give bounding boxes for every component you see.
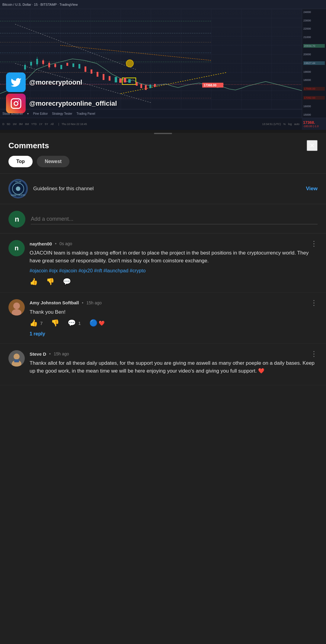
comment-text-2: Thank you Ben! — [30, 308, 318, 316]
dislike-btn-1[interactable]: 👎 — [46, 278, 54, 286]
comment-text-1: OJACOIN team is making a strong effort i… — [30, 249, 318, 265]
svg-rect-47 — [78, 64, 80, 69]
view-link[interactable]: View — [306, 186, 318, 192]
svg-rect-44 — [60, 65, 62, 69]
twitter-badge: @morecryptoonl — [6, 72, 82, 92]
comment-item-1: n naythen00 • 0s ago ⋮ OJACOIN team is m… — [0, 233, 326, 293]
svg-rect-46 — [72, 63, 74, 67]
comment-item-3: Steve D • 15h ago ⋮ Thankx allot for all… — [0, 344, 326, 385]
svg-rect-45 — [66, 63, 68, 66]
reply-btn-2[interactable]: 1 reply — [30, 331, 45, 337]
svg-point-71 — [16, 187, 21, 191]
chart-area: Bitcoin / U.S. Dollar · 15 · BITSTAMP · … — [0, 0, 326, 130]
comments-title: Comments — [8, 141, 49, 150]
filter-tabs: Top Newest — [0, 156, 326, 173]
comment-time-1: 0s ago — [59, 241, 72, 246]
thumbs-up-icon-2: 👍 — [30, 319, 38, 327]
svg-rect-56 — [124, 78, 126, 82]
reply-icon-btn-1[interactable]: 💬 — [63, 278, 71, 286]
instagram-badge: @morecryptoonline_official — [6, 94, 117, 113]
svg-rect-52 — [109, 76, 110, 81]
svg-rect-55 — [119, 78, 122, 83]
comment-item-2: Amy Johnston Softball • 15h ago ⋮ Thank … — [0, 293, 326, 344]
comment-time-3: 15h ago — [54, 351, 69, 356]
comment-text-3: Thankx allot for all these daily updates… — [30, 359, 318, 375]
channel-avatar-inner: MORE CRYPTO ONLINE — [8, 179, 28, 198]
chart-bottom-bar: D 5D 1M 3M 6M YTD 1Y 5Y All | Thu 10 Nov… — [0, 118, 302, 130]
svg-rect-59 — [136, 82, 138, 86]
comment-time-2: 15h ago — [86, 300, 102, 305]
like-count-2: 7 — [40, 321, 43, 326]
bottom-price-display: 17368. -183.00 (-1.0 — [302, 118, 326, 130]
commenter-avatar-1: n — [8, 240, 25, 256]
instagram-handle: @morecryptoonline_official — [29, 100, 117, 107]
twitter-handle: @morecryptoonl — [29, 78, 82, 86]
tab-top[interactable]: Top — [8, 156, 33, 167]
like-btn-1[interactable]: 👍 — [30, 278, 38, 286]
chart-title-bar: Bitcoin / U.S. Dollar · 15 · BITSTAMP · … — [0, 0, 326, 9]
svg-rect-54 — [115, 77, 117, 82]
comment-options-2[interactable]: ⋮ — [310, 299, 318, 306]
dislike-btn-2[interactable]: 👎 — [51, 319, 59, 327]
svg-rect-48 — [85, 66, 86, 72]
chart-pair: Bitcoin / U.S. Dollar · 15 · BITSTAMP · … — [2, 3, 78, 6]
svg-rect-50 — [97, 72, 98, 77]
thumbs-up-icon: 👍 — [30, 278, 38, 286]
channel-avatar: MORE CRYPTO ONLINE — [8, 179, 28, 198]
reply-icon-2: 💬 — [68, 319, 76, 327]
guidelines-text: Guidelines for this channel — [33, 186, 301, 192]
svg-rect-67 — [11, 99, 21, 108]
svg-rect-57 — [128, 79, 131, 83]
svg-text:MORE CRYPTO: MORE CRYPTO — [11, 194, 25, 196]
twitter-icon — [6, 72, 26, 92]
thumbs-down-icon: 👎 — [46, 278, 54, 286]
comments-panel: Comments × Top Newest MORE CRYPTO ONLINE… — [0, 133, 326, 644]
comment-actions-1: 👍 👎 💬 — [30, 278, 318, 286]
reply-count-2: 1 — [78, 321, 81, 326]
add-comment-input[interactable] — [31, 214, 318, 224]
user-avatar: n — [8, 211, 25, 228]
comment-actions-2: 👍 7 👎 💬 1 🔵❤️ — [30, 319, 318, 327]
comments-header: Comments × — [0, 134, 326, 156]
svg-rect-62 — [149, 85, 151, 88]
commenter-name-1: naythen00 — [30, 241, 52, 246]
comment-options-1[interactable]: ⋮ — [310, 240, 318, 247]
instagram-icon — [6, 94, 26, 113]
svg-point-77 — [14, 303, 19, 308]
svg-rect-51 — [103, 74, 104, 80]
reply-icon: 💬 — [63, 278, 71, 286]
tab-newest[interactable]: Newest — [37, 156, 69, 167]
reply-icon-btn-2[interactable]: 💬 1 — [68, 319, 81, 327]
svg-text:ONLINE: ONLINE — [15, 181, 21, 183]
commenter-name-2: Amy Johnston Softball — [30, 300, 79, 305]
like-btn-2[interactable]: 👍 7 — [30, 319, 43, 327]
svg-point-58 — [126, 60, 133, 67]
add-comment-row: n — [0, 205, 326, 233]
svg-point-79 — [14, 354, 20, 360]
guidelines-row: MORE CRYPTO ONLINE Guidelines for this c… — [0, 173, 326, 204]
reaction-emoji-2: 🔵❤️ — [89, 319, 105, 327]
svg-text:17368.00: 17368.00 — [204, 84, 216, 87]
commenter-name-3: Steve D — [30, 351, 46, 357]
svg-rect-61 — [145, 85, 147, 90]
commenter-avatar-3 — [8, 350, 25, 367]
commenter-avatar-2 — [8, 299, 25, 316]
close-button[interactable]: × — [307, 140, 318, 151]
thumbs-down-icon-2: 👎 — [51, 319, 59, 327]
comment-options-3[interactable]: ⋮ — [310, 350, 318, 357]
comment-tags-1: #ojacoin #ojx #ojacoin #ojx20 #nft #laun… — [30, 268, 318, 274]
svg-rect-49 — [91, 69, 92, 74]
chart-price-axis: 24000 23000 22000 21000 20934.70 20000 1… — [302, 9, 326, 118]
svg-rect-81 — [14, 359, 19, 362]
